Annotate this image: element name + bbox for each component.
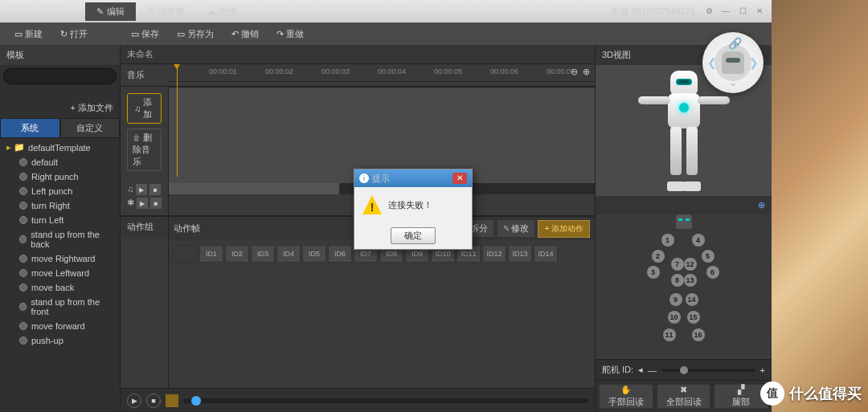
list-item[interactable]: Left punch (0, 184, 120, 198)
all-read-button[interactable]: ✖全部回读 (657, 384, 711, 409)
list-item[interactable]: push-up (0, 333, 120, 348)
close-button[interactable]: ✕ (752, 6, 767, 17)
id-slot[interactable] (174, 245, 198, 263)
joint-13[interactable]: 13 (684, 274, 697, 287)
joint-9[interactable]: 9 (669, 293, 682, 306)
save-button[interactable]: ▭ 保存 (123, 25, 167, 43)
info-icon: i (359, 173, 369, 183)
joint-14[interactable]: 14 (686, 293, 698, 306)
joint-12[interactable]: 12 (684, 258, 697, 271)
stop-button[interactable]: ■ (149, 184, 161, 195)
id-slot[interactable]: ID1 (199, 245, 223, 263)
servo-prev-icon[interactable]: ◂ (638, 365, 643, 375)
modify-button[interactable]: ✎ 修改 (497, 219, 536, 238)
folder-item[interactable]: ▸ 📁defaultTemplate (0, 140, 120, 155)
tab-edit[interactable]: ✎编辑 (85, 2, 136, 21)
cloud-icon: ☁ (207, 6, 216, 17)
joint-15[interactable]: 15 (687, 311, 700, 324)
timeline-ruler[interactable]: 00:00:01 00:00:02 00:00:03 00:00:04 00:0… (169, 64, 595, 82)
servo-slider[interactable] (661, 369, 755, 372)
stop-all-button[interactable]: ■ (146, 394, 161, 408)
dialog-close-button[interactable]: ✕ (452, 173, 467, 184)
servo-plus-icon[interactable]: + (760, 365, 765, 375)
joint-6[interactable]: 6 (706, 266, 719, 279)
id-slot[interactable]: ID2 (225, 245, 249, 263)
list-item[interactable]: move Rightward (0, 251, 120, 266)
maximize-button[interactable]: ☐ (735, 6, 750, 17)
list-item[interactable]: turn Left (0, 213, 120, 227)
bullet-icon (19, 173, 27, 181)
template-list: ▸ 📁defaultTemplate default Right punch L… (0, 138, 120, 412)
list-item[interactable]: stand up from the front (0, 295, 120, 319)
joint-10[interactable]: 10 (668, 311, 681, 324)
joint-4[interactable]: 4 (692, 234, 705, 247)
search-input[interactable] (3, 68, 117, 84)
undo-button[interactable]: ↶ 撤销 (223, 25, 267, 43)
arrow-down-icon[interactable]: ⌄ (728, 75, 738, 88)
list-item[interactable]: stand up from the back (0, 227, 120, 251)
list-item[interactable]: Right punch (0, 169, 120, 184)
sidebar-header: 模板 (0, 45, 120, 65)
arrow-left-icon[interactable]: ❮ (707, 56, 717, 69)
id-slot[interactable]: ID14 (534, 245, 558, 263)
list-item[interactable]: move Leftward (0, 266, 120, 280)
saveas-button[interactable]: ▭ 另存为 (169, 25, 222, 43)
toolbar: ▭ 新建 ↻ 打开 ▭ 保存 ▭ 另存为 ↶ 撤销 ↷ 重做 (0, 22, 772, 45)
minimize-button[interactable]: — (719, 6, 733, 17)
joint-16[interactable]: 16 (692, 328, 705, 341)
play-button[interactable]: ▶ (136, 184, 147, 195)
new-button[interactable]: ▭ 新建 (6, 25, 51, 43)
music-toggle[interactable] (166, 394, 178, 407)
arrow-right-icon[interactable]: ❯ (749, 56, 759, 69)
watermark-badge: 值 (760, 381, 784, 406)
play-all-button[interactable]: ▶ (127, 394, 141, 408)
joint-diagram[interactable]: 1 4 2 5 3 6 7 12 8 13 9 14 10 15 11 16 (596, 214, 772, 359)
play2-button[interactable]: ▶ (137, 198, 148, 209)
bullet-icon (19, 187, 27, 195)
stop2-button[interactable]: ■ (150, 198, 162, 209)
list-item[interactable]: move forward (0, 319, 120, 333)
joint-8[interactable]: 8 (671, 274, 684, 287)
list-item[interactable]: turn Right (0, 198, 120, 213)
action-frame-body[interactable] (169, 267, 595, 388)
zoom-out-icon[interactable]: ⊖ (571, 67, 578, 77)
zoom-in-icon[interactable]: ⊕ (583, 67, 590, 77)
expand-icon[interactable]: ⊕ (758, 200, 765, 210)
playhead-marker[interactable] (177, 64, 178, 177)
add-action-button[interactable]: + 添加动作 (538, 220, 590, 238)
tab-library[interactable]: ♖动作库 (136, 2, 196, 21)
id-slot[interactable]: ID5 (302, 245, 326, 263)
id-slot[interactable]: ID12 (482, 245, 506, 263)
tab-system[interactable]: 系统 (0, 118, 60, 138)
timeline[interactable]: 00:00:01 00:00:02 00:00:03 00:00:04 00:0… (169, 64, 595, 86)
id-slot[interactable]: ID13 (508, 245, 532, 263)
id-slot[interactable]: ID6 (328, 245, 352, 263)
open-button[interactable]: ↻ 打开 (52, 25, 96, 43)
servo-minus-icon[interactable]: — (648, 365, 657, 375)
list-item[interactable]: default (0, 155, 120, 169)
hand-read-button[interactable]: ✋手部回读 (599, 384, 653, 409)
settings-icon[interactable]: ⚙ (702, 6, 716, 17)
welcome-text: 欢迎 8618507949271 (611, 6, 695, 18)
navigation-orb[interactable]: 🔗 ❮ ❯ ⌄ (702, 32, 764, 93)
add-file-button[interactable]: + 添加文件 (0, 98, 120, 118)
tab-sync[interactable]: ☁同步 (196, 2, 248, 21)
dialog-ok-button[interactable]: 确定 (391, 227, 436, 244)
joint-7[interactable]: 7 (671, 258, 684, 271)
joint-5[interactable]: 5 (702, 250, 714, 263)
servo-bar: 舵机 ID: ◂ — + (596, 359, 772, 380)
document-title: 未命名 (121, 45, 595, 64)
id-slot[interactable]: ID4 (276, 245, 301, 263)
delete-music-button[interactable]: 🗑 删除音乐 (127, 128, 162, 171)
add-music-button[interactable]: ♫添加 (127, 93, 162, 124)
joint-11[interactable]: 11 (663, 328, 676, 341)
redo-button[interactable]: ↷ 重做 (268, 25, 312, 43)
id-slot[interactable]: ID3 (251, 245, 275, 263)
progress-slider[interactable] (183, 398, 588, 403)
list-item[interactable]: move back (0, 280, 120, 295)
joint-3[interactable]: 3 (647, 266, 660, 279)
tab-custom[interactable]: 自定义 (60, 118, 121, 138)
sidebar: 模板 🔍 + 添加文件 系统 自定义 ▸ 📁defaultTemplate de… (0, 45, 121, 412)
joint-2[interactable]: 2 (652, 250, 665, 263)
joint-1[interactable]: 1 (661, 234, 674, 247)
